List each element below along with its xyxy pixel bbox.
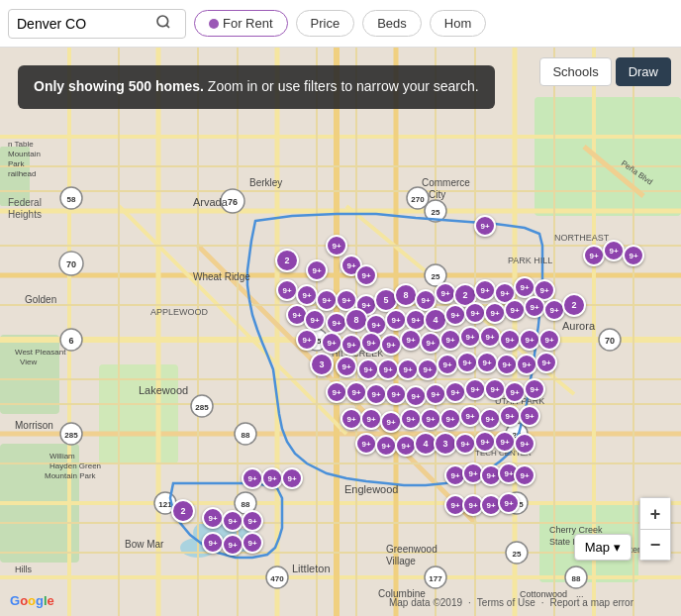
map-pin[interactable]: 9+ <box>316 289 338 311</box>
map-pin[interactable]: 3 <box>310 353 334 376</box>
map-pin[interactable]: 9+ <box>222 510 243 532</box>
map-pin[interactable]: 9+ <box>439 329 461 351</box>
map-pin[interactable]: 9+ <box>464 302 486 324</box>
map-pin[interactable]: 8 <box>344 308 368 332</box>
map-pin[interactable]: 9+ <box>516 354 537 375</box>
map-pin[interactable]: 9+ <box>405 385 427 407</box>
map-pin[interactable]: 9+ <box>484 378 506 400</box>
map-pin[interactable]: 9+ <box>499 405 521 427</box>
map-pin[interactable]: 9+ <box>499 329 521 351</box>
map-pin[interactable]: 9+ <box>321 332 342 354</box>
map-pin[interactable]: 9+ <box>397 359 419 380</box>
map-pin[interactable]: 9+ <box>326 235 347 257</box>
map-pin[interactable]: 9+ <box>296 284 318 306</box>
map-type-button[interactable]: Map ▾ <box>574 534 632 561</box>
map-pin[interactable]: 9+ <box>385 309 407 331</box>
map-pin[interactable]: 9+ <box>377 359 399 380</box>
zoom-out-button[interactable]: − <box>639 529 671 561</box>
map-pin[interactable]: 9+ <box>420 408 441 430</box>
map-pin[interactable]: 9+ <box>340 408 362 430</box>
home-type-button[interactable]: Hom <box>430 10 486 37</box>
map-pin[interactable]: 9+ <box>583 245 605 266</box>
map-pin[interactable]: 9+ <box>603 240 625 261</box>
map-pin[interactable]: 9+ <box>496 354 518 375</box>
schools-button[interactable]: Schools <box>539 57 611 86</box>
report-link[interactable]: Report a map error <box>550 597 633 608</box>
map-pin[interactable]: 9+ <box>417 359 438 380</box>
map-pin[interactable]: 9+ <box>439 408 461 430</box>
map-pin[interactable]: 9+ <box>464 378 486 400</box>
terms-link[interactable]: Terms of Use <box>477 597 535 608</box>
map-pin[interactable]: 9+ <box>360 408 382 430</box>
map-pin[interactable]: 9+ <box>304 309 326 331</box>
map-pin[interactable]: 9+ <box>420 332 441 354</box>
map-pin[interactable]: 9+ <box>355 264 377 286</box>
map-pin[interactable]: 9+ <box>535 352 557 373</box>
map-pin[interactable]: 9+ <box>454 433 476 455</box>
map-pin[interactable]: 9+ <box>276 279 298 301</box>
map-pin[interactable]: 9+ <box>400 408 422 430</box>
map-pin[interactable]: 9+ <box>306 259 328 281</box>
map-pin[interactable]: 9+ <box>524 296 545 318</box>
map-pin[interactable]: 9+ <box>202 507 224 529</box>
map-pin[interactable]: 9+ <box>400 329 422 351</box>
draw-button[interactable]: Draw <box>616 57 671 86</box>
map-pin[interactable]: 9+ <box>479 326 501 348</box>
map-pin[interactable]: 9+ <box>514 276 535 298</box>
map-pin[interactable]: 9+ <box>474 431 496 453</box>
map-pin[interactable]: 9+ <box>444 381 466 403</box>
map-pin[interactable]: 9+ <box>444 304 466 326</box>
map-pin[interactable]: 9+ <box>296 329 318 351</box>
map-pin[interactable]: 9+ <box>498 492 520 514</box>
price-button[interactable]: Price <box>296 10 355 37</box>
map-pin[interactable]: 9+ <box>519 405 540 427</box>
map-pin[interactable]: 2 <box>562 293 586 317</box>
map-pin[interactable]: 9+ <box>357 359 379 380</box>
map-pin[interactable]: 9+ <box>504 299 526 321</box>
map-pin[interactable]: 9+ <box>425 383 446 405</box>
map-pin[interactable]: 9+ <box>459 326 481 348</box>
map-pin[interactable]: 9+ <box>222 534 243 556</box>
map-pin[interactable]: 9+ <box>474 279 496 301</box>
map-pin[interactable]: 9+ <box>504 381 526 403</box>
map-pin[interactable]: 9+ <box>242 532 263 554</box>
map-pin[interactable]: 9+ <box>538 329 560 351</box>
map-pin[interactable]: 9+ <box>494 431 516 453</box>
map-pin[interactable]: 9+ <box>623 245 644 266</box>
map-pin[interactable]: 9+ <box>456 352 478 373</box>
map-pin[interactable]: 9+ <box>380 411 402 433</box>
map-pin[interactable]: 9+ <box>474 215 496 237</box>
map-pin[interactable]: 9+ <box>459 405 481 427</box>
map-pin[interactable]: 8 <box>394 283 418 307</box>
map-pin[interactable]: 9+ <box>365 383 387 405</box>
search-input[interactable]: Denver CO <box>17 16 155 32</box>
map-pin[interactable]: 9+ <box>524 378 545 400</box>
map-pin[interactable]: 9+ <box>281 467 303 489</box>
map-pin[interactable]: 2 <box>275 249 299 272</box>
map-pin[interactable]: 9+ <box>514 464 535 486</box>
map-pin[interactable]: 9+ <box>242 467 263 489</box>
map-pin[interactable]: 9+ <box>340 334 362 356</box>
beds-button[interactable]: Beds <box>362 10 422 37</box>
map-pin[interactable]: 9+ <box>484 302 506 324</box>
map-pin[interactable]: 9+ <box>476 352 498 373</box>
map-pin[interactable]: 9+ <box>514 433 535 455</box>
map-pin[interactable]: 9+ <box>326 381 347 403</box>
for-rent-button[interactable]: For Rent <box>194 10 288 37</box>
search-icon[interactable] <box>155 14 171 34</box>
map-pin[interactable]: 9+ <box>375 435 397 457</box>
map-pin[interactable]: 9+ <box>519 329 540 351</box>
map-pin[interactable]: 9+ <box>385 383 407 405</box>
map-pin[interactable]: 9+ <box>355 433 377 455</box>
zoom-in-button[interactable]: + <box>639 497 671 529</box>
map-pin[interactable]: 9+ <box>479 408 501 430</box>
map-pin[interactable]: 9+ <box>336 356 357 377</box>
map-pin[interactable]: 9+ <box>202 532 224 554</box>
map-pin[interactable]: 2 <box>171 499 195 523</box>
map-pin[interactable]: 9+ <box>261 467 283 489</box>
map-pin[interactable]: 9+ <box>380 334 402 356</box>
map-pin[interactable]: 9+ <box>345 381 367 403</box>
map-pin[interactable]: 9+ <box>360 332 382 354</box>
map-pin[interactable]: 9+ <box>242 510 263 532</box>
map-container[interactable]: 70 76 270 58 25 25 6 285 285 121 88 470 … <box>0 48 681 616</box>
